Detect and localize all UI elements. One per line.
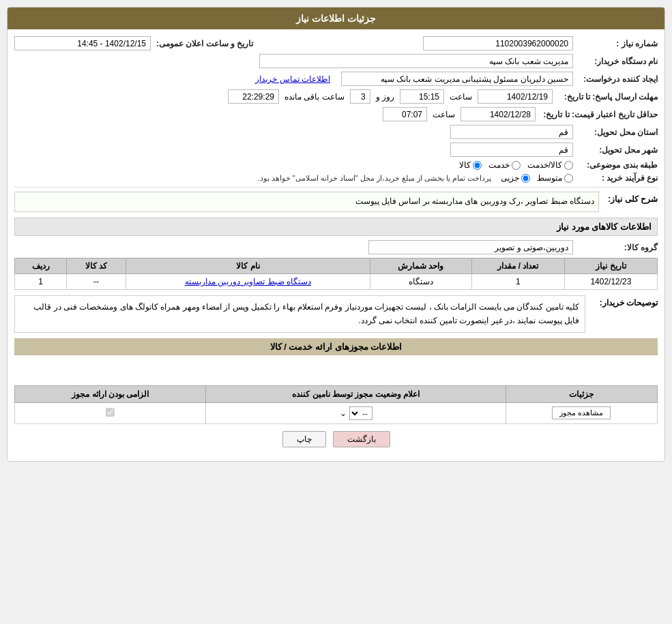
toseye-value: کلیه تامین کنندگان می بایست الزامات بانک… (14, 295, 585, 333)
mohlat-mande-value: 22:29:29 (228, 89, 279, 104)
mohlat-saat-label: ساعت (450, 92, 472, 102)
sharh-label: شرح کلی نیاز: (603, 192, 658, 204)
ijad-label: ایجاد کننده درخواست: (576, 74, 658, 84)
shomare-niaz-label: شماره نیاز : (576, 39, 658, 48)
radio-kala-khadmat-label: کالا/خدمت (527, 160, 562, 170)
radio-khadmat-label: خدمت (488, 160, 510, 170)
page-container: جزئیات اطلاعات نیاز شماره نیاز : 1102003… (0, 0, 672, 624)
ostan-label: استان محل تحویل: (576, 128, 658, 137)
radio-kala: کالا (459, 160, 482, 170)
permit-aelam: -- ⌄ (206, 402, 506, 424)
permit-col-aelam: اعلام وضعیت مجوز توسط نامین کننده (206, 385, 506, 402)
sharh-value: دستگاه ضبط تصاویر ،رک ودوربین های مداربس… (14, 192, 599, 212)
radio-kala-label: کالا (459, 160, 471, 170)
content-area: شماره نیاز : 1102003962000020 تاریخ و سا… (8, 29, 664, 461)
main-card: جزئیات اطلاعات نیاز شماره نیاز : 1102003… (7, 7, 665, 462)
row-mohlat: مهلت ارسال پاسخ: تا تاریخ: 1402/12/19 سا… (14, 89, 658, 104)
tarikh-label: تاریخ و ساعت اعلان عمومی: (156, 39, 253, 48)
row-ostan: استان محل تحویل: قم (14, 125, 658, 139)
cell-radif: 1 (15, 274, 67, 290)
mohlat-mande-label: ساعت باقی مانده (284, 92, 345, 102)
permit-elzami (15, 402, 206, 424)
permit-row: مشاهده مجوز -- ⌄ (15, 402, 658, 424)
permit-elzami-checkbox[interactable] (106, 408, 115, 417)
hadaq-date: 1402/12/28 (461, 107, 536, 121)
view-permit-button[interactable]: مشاهده مجوز (552, 406, 611, 419)
mohlat-label: مهلت ارسال پاسخ: تا تاریخ: (555, 92, 658, 102)
contact-link[interactable]: اطلاعات تماس خریدار (255, 74, 330, 84)
radio-jabri-label: جزیی (501, 173, 519, 183)
row-ijad: ایجاد کننده درخواست: حسین دلیریان مسئول … (14, 72, 658, 86)
radio-khadmat-input[interactable] (512, 161, 521, 170)
hadaq-label: حداقل تاریخ اعتبار قیمت: تا تاریخ: (538, 110, 658, 119)
shomare-niaz-value: 1102003962000020 (423, 36, 573, 50)
group-kala-label: گروه کالا: (576, 243, 658, 252)
mohlat-roz-label: روز و (376, 92, 394, 102)
noe-description: پرداخت تمام یا بخشی از مبلغ خرید،از محل … (257, 174, 491, 183)
ostan-value: قم (450, 125, 573, 139)
mohlat-date: 1402/12/19 (478, 89, 553, 104)
nam-dastgah-label: نام دستگاه خریدار: (576, 57, 658, 66)
group-kala-value: دوربین،صوتی و تصویر (368, 240, 573, 254)
col-vahed: واحد شمارش (370, 258, 471, 274)
shahr-value: قم (450, 143, 573, 157)
toseye-wrapper: توصیحات خریدار: کلیه تامین کنندگان می با… (14, 295, 658, 333)
radio-motavasset: متوسط (537, 173, 573, 183)
row-shahr: شهر محل تحویل: قم (14, 143, 658, 157)
row-noe: نوع فرآیند خرید : متوسط جزیی پرداخت تمام… (14, 173, 658, 183)
permit-col-joziyat: جزئیات (506, 385, 657, 402)
table-row: 1402/12/23 1 دستگاه دستگاه ضبط تصاویر دو… (15, 274, 658, 290)
permit-aelam-select[interactable]: -- (349, 406, 372, 420)
noe-radio-group: متوسط جزیی (501, 173, 573, 183)
page-title: جزئیات اطلاعات نیاز (296, 13, 376, 24)
radio-kala-input[interactable] (473, 161, 482, 170)
tabaqe-label: طبقه بندی موضوعی: (576, 160, 658, 170)
col-kod-kala: کد کالا (67, 258, 126, 274)
mohlat-roz-value: 3 (350, 89, 370, 104)
row-shomare: شماره نیاز : 1102003962000020 تاریخ و سا… (14, 36, 658, 50)
radio-kala-khadmat: کالا/خدمت (527, 160, 573, 170)
cell-tarikh: 1402/12/23 (564, 274, 657, 290)
print-button[interactable]: چاپ (282, 431, 326, 447)
col-nam-kala: نام کالا (126, 258, 370, 274)
page-header: جزئیات اطلاعات نیاز (8, 8, 664, 29)
kala-table: تاریخ نیاز تعداد / مقدار واحد شمارش نام … (14, 258, 658, 290)
row-group-kala: گروه کالا: دوربین،صوتی و تصویر (14, 240, 658, 254)
col-radif: ردیف (15, 258, 67, 274)
col-tarikh: تاریخ نیاز (564, 258, 657, 274)
permit-col-elzami: الزامی بودن ارائه مجوز (15, 385, 206, 402)
radio-kala-khadmat-input[interactable] (564, 161, 573, 170)
toseye-label: توصیحات خریدار: (589, 295, 658, 308)
shahr-label: شهر محل تحویل: (576, 145, 658, 155)
radio-motavasset-input[interactable] (564, 174, 573, 183)
cell-kod-kala: -- (67, 274, 126, 290)
nam-dastgah-value: مدیریت شعب بانک سپه (259, 54, 573, 68)
mojavez-title: اطلاعات مجوزهای ارائه خدمت / کالا (14, 338, 658, 355)
permit-joziyat: مشاهده مجوز (506, 402, 657, 424)
kala-section-title: اطلاعات کالاهای مورد نیاز (14, 218, 658, 236)
sharh-wrapper: شرح کلی نیاز: دستگاه ضبط تصاویر ،رک ودور… (14, 192, 658, 212)
mohlat-saat-value: 15:15 (400, 89, 444, 104)
cell-tedaad: 1 (471, 274, 564, 290)
ijad-value: حسین دلیریان مسئول پشتیبانی مدیریت شعب ب… (341, 72, 573, 86)
spacer (14, 358, 658, 385)
row-tabaqe: طبقه بندی موضوعی: کالا/خدمت خدمت کالا (14, 160, 658, 170)
noe-label: نوع فرآیند خرید : (576, 173, 658, 183)
cell-nam-kala[interactable]: دستگاه ضبط تصاویر دوربین مداربسته (126, 274, 370, 290)
hadaq-saat-value: 07:07 (383, 107, 427, 121)
bottom-buttons: بازگشت چاپ (14, 424, 658, 454)
hadaq-saat-label: ساعت (433, 110, 455, 119)
row-hadaq: حداقل تاریخ اعتبار قیمت: تا تاریخ: 1402/… (14, 107, 658, 121)
col-tedaad: تعداد / مقدار (471, 258, 564, 274)
cell-vahed: دستگاه (370, 274, 471, 290)
radio-motavasset-label: متوسط (537, 173, 562, 183)
radio-jabri-input[interactable] (521, 174, 530, 183)
radio-khadmat: خدمت (488, 160, 521, 170)
permit-table: جزئیات اعلام وضعیت مجوز توسط نامین کننده… (14, 385, 658, 424)
tarikh-value: 1402/12/15 - 14:45 (14, 36, 151, 50)
row-nam-dastgah: نام دستگاه خریدار: مدیریت شعب بانک سپه (14, 54, 658, 68)
tabaqe-radio-group: کالا/خدمت خدمت کالا (459, 160, 573, 170)
back-button[interactable]: بازگشت (333, 431, 390, 447)
radio-jabri: جزیی (501, 173, 530, 183)
